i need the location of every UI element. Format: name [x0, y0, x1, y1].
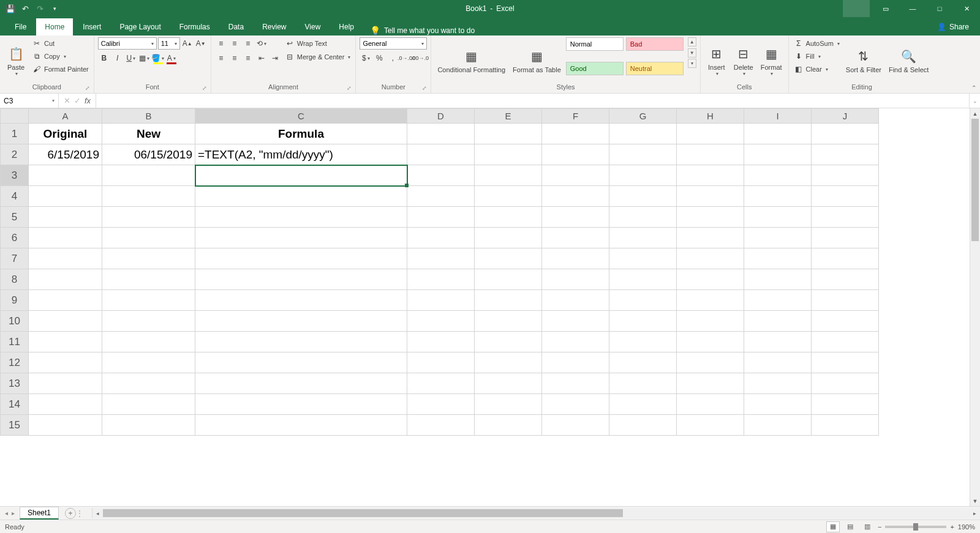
- cell-D1[interactable]: [407, 124, 475, 144]
- row-header[interactable]: 2: [1, 144, 29, 165]
- orientation-button[interactable]: ⟲▾: [255, 37, 268, 50]
- cell-C10[interactable]: [195, 311, 407, 332]
- row-header[interactable]: 15: [1, 415, 29, 436]
- cell-H11[interactable]: [677, 332, 744, 352]
- tab-formulas[interactable]: Formulas: [171, 18, 219, 35]
- cell-I2[interactable]: [744, 144, 812, 165]
- tell-me-search[interactable]: 💡 Tell me what you want to do: [370, 26, 475, 35]
- cell-H8[interactable]: [677, 269, 744, 290]
- column-header[interactable]: C: [195, 109, 407, 124]
- cell-D6[interactable]: [407, 228, 475, 248]
- save-icon[interactable]: 💾: [5, 3, 16, 14]
- new-sheet-button[interactable]: +: [65, 508, 76, 519]
- cut-button[interactable]: ✂Cut: [31, 37, 90, 50]
- row-header[interactable]: 6: [1, 228, 29, 248]
- cell-E4[interactable]: [475, 186, 542, 207]
- cell-H15[interactable]: [677, 415, 744, 436]
- cell-B13[interactable]: [102, 373, 195, 394]
- column-header[interactable]: B: [102, 109, 195, 124]
- cell-C5[interactable]: [195, 207, 407, 228]
- row-header[interactable]: 14: [1, 394, 29, 415]
- cell-E6[interactable]: [475, 228, 542, 248]
- align-left-button[interactable]: ≡: [215, 52, 227, 64]
- cell-A5[interactable]: [29, 207, 102, 228]
- cell-J14[interactable]: [812, 394, 879, 415]
- cell-H12[interactable]: [677, 352, 744, 373]
- cell-B15[interactable]: [102, 415, 195, 436]
- cell-J4[interactable]: [812, 186, 879, 207]
- decrease-indent-button[interactable]: ⇤: [255, 52, 268, 64]
- accounting-format-button[interactable]: $▾: [360, 52, 372, 64]
- cell-F3[interactable]: [542, 165, 609, 186]
- cell-B5[interactable]: [102, 207, 195, 228]
- cell-G14[interactable]: [609, 394, 677, 415]
- tab-help[interactable]: Help: [330, 18, 363, 35]
- cell-G3[interactable]: [609, 165, 677, 186]
- align-top-button[interactable]: ≡: [215, 37, 227, 50]
- find-select-button[interactable]: 🔍Find & Select: [886, 37, 931, 83]
- merge-center-button[interactable]: ⊟Merge & Center▾: [284, 51, 352, 63]
- cell-E9[interactable]: [475, 290, 542, 311]
- cell-A14[interactable]: [29, 394, 102, 415]
- column-header[interactable]: I: [744, 109, 812, 124]
- cell-G5[interactable]: [609, 207, 677, 228]
- scroll-up-icon[interactable]: ▲: [970, 108, 980, 119]
- column-header[interactable]: E: [475, 109, 542, 124]
- cell-B14[interactable]: [102, 394, 195, 415]
- cell-I3[interactable]: [744, 165, 812, 186]
- cell-I8[interactable]: [744, 269, 812, 290]
- tab-pagelayout[interactable]: Page Layout: [111, 18, 169, 35]
- cell-D7[interactable]: [407, 248, 475, 269]
- cell-H14[interactable]: [677, 394, 744, 415]
- row-header[interactable]: 1: [1, 124, 29, 144]
- cell-H2[interactable]: [677, 144, 744, 165]
- styles-scroll-down[interactable]: ▼: [688, 48, 696, 58]
- fill-button[interactable]: ⬇Fill▾: [793, 50, 841, 62]
- cell-I10[interactable]: [744, 311, 812, 332]
- cell-G6[interactable]: [609, 228, 677, 248]
- enter-formula-icon[interactable]: ✓: [74, 96, 81, 105]
- cell-I1[interactable]: [744, 124, 812, 144]
- cell-C15[interactable]: [195, 415, 407, 436]
- cell-C6[interactable]: [195, 228, 407, 248]
- sheet-tab[interactable]: Sheet1: [20, 507, 59, 520]
- column-header[interactable]: G: [609, 109, 677, 124]
- cell-A8[interactable]: [29, 269, 102, 290]
- copy-button[interactable]: ⧉Copy▾: [31, 50, 90, 62]
- page-layout-view-button[interactable]: ▤: [843, 521, 857, 532]
- undo-icon[interactable]: ↶: [20, 3, 31, 14]
- cell-D9[interactable]: [407, 290, 475, 311]
- style-bad[interactable]: Bad: [626, 37, 684, 51]
- zoom-slider[interactable]: [885, 526, 946, 528]
- expand-formula-bar-icon[interactable]: ⌄: [969, 94, 980, 108]
- sheet-nav[interactable]: ◂▸: [0, 510, 20, 516]
- cell-D11[interactable]: [407, 332, 475, 352]
- cell-G7[interactable]: [609, 248, 677, 269]
- cell-A4[interactable]: [29, 186, 102, 207]
- collapse-ribbon-icon[interactable]: ⌃: [971, 84, 976, 91]
- cell-B12[interactable]: [102, 352, 195, 373]
- cell-I15[interactable]: [744, 415, 812, 436]
- cell-F15[interactable]: [542, 415, 609, 436]
- cell-A9[interactable]: [29, 290, 102, 311]
- format-as-table-button[interactable]: ▦Format as Table: [510, 37, 564, 83]
- styles-scroll-up[interactable]: ▲: [688, 37, 696, 47]
- prev-sheet-icon[interactable]: ◂: [5, 510, 8, 516]
- dialog-launcher-icon[interactable]: ⤢: [422, 85, 427, 91]
- number-format-select[interactable]: General▾: [360, 37, 427, 50]
- cell-J5[interactable]: [812, 207, 879, 228]
- cell-A10[interactable]: [29, 311, 102, 332]
- fill-color-button[interactable]: 🪣▾: [152, 52, 164, 64]
- italic-button[interactable]: I: [111, 52, 124, 64]
- row-header[interactable]: 9: [1, 290, 29, 311]
- cell-F8[interactable]: [542, 269, 609, 290]
- cell-I14[interactable]: [744, 394, 812, 415]
- cell-G1[interactable]: [609, 124, 677, 144]
- row-header[interactable]: 4: [1, 186, 29, 207]
- cell-D5[interactable]: [407, 207, 475, 228]
- border-button[interactable]: ▦▾: [138, 52, 151, 64]
- cell-C8[interactable]: [195, 269, 407, 290]
- cell-B8[interactable]: [102, 269, 195, 290]
- maximize-icon[interactable]: □: [926, 0, 953, 17]
- cell-E3[interactable]: [475, 165, 542, 186]
